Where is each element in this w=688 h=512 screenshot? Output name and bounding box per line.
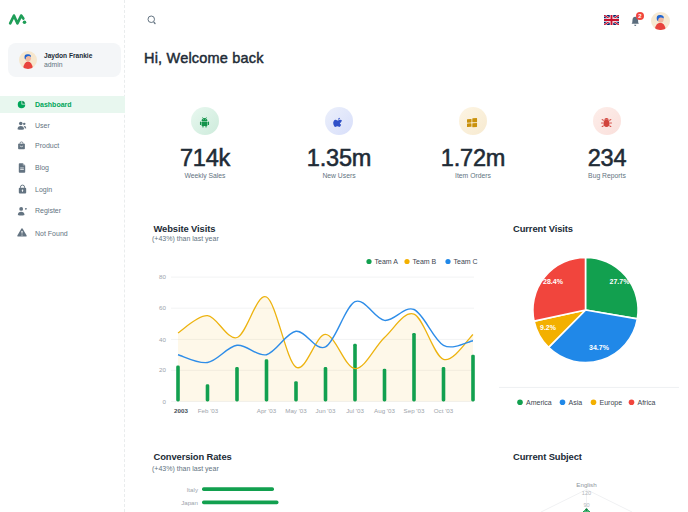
svg-text:28.4%: 28.4% — [543, 278, 564, 285]
svg-text:2003: 2003 — [174, 407, 188, 414]
svg-text:Team C: Team C — [454, 258, 478, 265]
svg-text:Aug '03: Aug '03 — [374, 407, 395, 414]
svg-text:0: 0 — [163, 398, 167, 405]
svg-text:America: America — [526, 399, 552, 406]
svg-text:20: 20 — [159, 366, 166, 373]
svg-text:Europe: Europe — [600, 399, 623, 407]
svg-text:English: English — [576, 481, 597, 488]
svg-text:120: 120 — [582, 490, 591, 496]
svg-text:Asia: Asia — [569, 399, 583, 406]
svg-text:Africa: Africa — [638, 399, 656, 406]
svg-text:Jul '03: Jul '03 — [346, 407, 364, 414]
svg-text:9.2%: 9.2% — [540, 324, 557, 331]
svg-text:Japan: Japan — [181, 499, 198, 506]
svg-text:Italy: Italy — [187, 486, 199, 493]
svg-text:Oct '03: Oct '03 — [434, 407, 454, 414]
svg-text:40: 40 — [159, 336, 166, 343]
svg-text:60: 60 — [159, 304, 166, 311]
svg-text:May '03: May '03 — [285, 407, 307, 414]
svg-text:Apr '03: Apr '03 — [257, 407, 277, 414]
svg-text:90: 90 — [583, 502, 589, 508]
svg-text:27.7%: 27.7% — [610, 278, 631, 285]
svg-text:34.7%: 34.7% — [589, 344, 610, 351]
svg-text:Feb '03: Feb '03 — [198, 407, 219, 414]
svg-text:Team A: Team A — [375, 258, 399, 265]
svg-text:Sep '03: Sep '03 — [404, 407, 425, 414]
svg-text:80: 80 — [159, 273, 166, 280]
svg-text:Jun '03: Jun '03 — [316, 407, 336, 414]
svg-text:Team B: Team B — [413, 258, 437, 265]
